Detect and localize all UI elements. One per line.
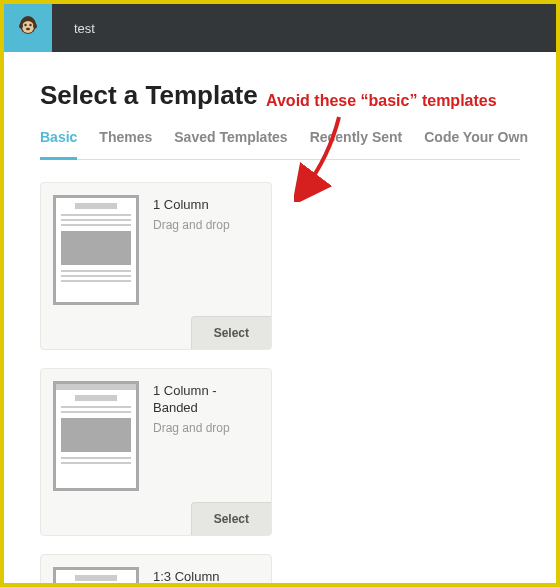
template-grid: 1 Column Drag and drop Select 1 Column -… — [40, 182, 520, 587]
template-subtitle: Drag and drop — [153, 218, 230, 232]
svg-point-6 — [33, 24, 37, 29]
monkey-icon — [16, 14, 40, 42]
template-info: 1:3 Column Drag and drop — [153, 567, 230, 587]
svg-point-2 — [24, 24, 26, 26]
tabs-nav: Basic Themes Saved Templates Recently Se… — [40, 129, 520, 160]
tab-recently-sent[interactable]: Recently Sent — [310, 129, 403, 159]
tab-code-your-own[interactable]: Code Your Own — [424, 129, 528, 159]
content-area: Select a Template Basic Themes Saved Tem… — [4, 52, 556, 587]
page-title: Select a Template — [40, 80, 520, 111]
select-button[interactable]: Select — [191, 316, 271, 349]
svg-point-3 — [29, 24, 31, 26]
template-card[interactable]: 1 Column - Banded Drag and drop Select — [40, 368, 272, 536]
template-card[interactable]: 1 Column Drag and drop Select — [40, 182, 272, 350]
template-thumbnail — [53, 381, 139, 491]
template-thumbnail — [53, 567, 139, 587]
svg-point-5 — [19, 24, 23, 29]
select-button[interactable]: Select — [191, 502, 271, 535]
header-title: test — [74, 21, 95, 36]
svg-point-1 — [22, 21, 34, 33]
top-header: test — [4, 4, 556, 52]
template-subtitle: Drag and drop — [153, 421, 257, 435]
tab-basic[interactable]: Basic — [40, 129, 77, 160]
template-title: 1 Column - Banded — [153, 383, 257, 417]
mailchimp-logo[interactable] — [4, 4, 52, 52]
template-thumbnail — [53, 195, 139, 305]
tab-saved-templates[interactable]: Saved Templates — [174, 129, 287, 159]
template-card[interactable]: 1:3 Column Drag and drop Select — [40, 554, 272, 587]
svg-point-4 — [26, 28, 30, 31]
template-title: 1:3 Column — [153, 569, 230, 586]
tab-themes[interactable]: Themes — [99, 129, 152, 159]
template-title: 1 Column — [153, 197, 230, 214]
